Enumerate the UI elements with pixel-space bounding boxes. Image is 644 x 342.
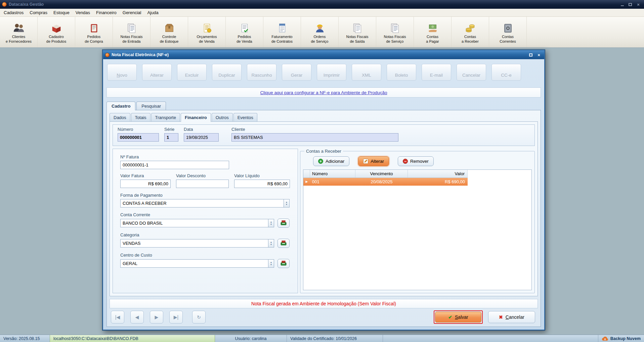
- centro-custo-field[interactable]: [120, 259, 274, 268]
- subtab-transporte[interactable]: Transporte: [151, 113, 180, 121]
- conta-corrente-combo[interactable]: ▲▼: [120, 219, 274, 227]
- dialog-action-duplicar[interactable]: Duplicar: [212, 64, 242, 81]
- spinner-icon[interactable]: ▲▼: [268, 219, 274, 227]
- serie-field[interactable]: [164, 133, 178, 142]
- dialog-close-button[interactable]: ×: [535, 52, 542, 58]
- toolbar-faturamento-contratos[interactable]: Faturamentode Contratos: [263, 17, 301, 47]
- forma-pagamento-field[interactable]: [120, 199, 290, 207]
- dialog-action-imprimir[interactable]: Imprimir: [317, 64, 346, 81]
- toolbar-orcamentos-venda[interactable]: Orçamentosde Venda: [188, 17, 226, 47]
- toolbar-nf-entrada[interactable]: Notas Fiscaisde Entrada: [113, 17, 151, 47]
- grid-col-numero[interactable]: Número: [310, 170, 355, 178]
- nav-first-button[interactable]: |◀: [111, 311, 124, 324]
- alterar-button[interactable]: Alterar: [358, 156, 389, 166]
- toolbar-ordens-servico[interactable]: Ordensde Serviço: [301, 17, 339, 47]
- dialog-action-gerar[interactable]: Gerar: [282, 64, 311, 81]
- grid-row-selected[interactable]: ▶ 001 20/08/2025 R$ 690,00: [303, 178, 468, 186]
- numero-label: Número: [118, 127, 159, 132]
- cadastro-page: Dados Totais Transporte Financeiro Outro…: [106, 110, 541, 327]
- toolbar-controle-estoque[interactable]: Controlede Estoque: [151, 17, 188, 47]
- status-usuario: Usuário: carolina: [215, 335, 287, 342]
- categoria-combo[interactable]: ▲▼: [120, 239, 274, 248]
- valor-fatura-field[interactable]: [120, 180, 171, 188]
- backup-nuvem-button[interactable]: Backup Nuvem: [598, 335, 644, 342]
- toolbar-contas-pagar[interactable]: Contasa Pagar: [414, 17, 452, 47]
- forma-pagamento-combo[interactable]: ▲▼: [120, 199, 290, 207]
- centro-custo-combo[interactable]: ▲▼: [120, 259, 274, 268]
- window-minimize-button[interactable]: [618, 1, 626, 7]
- menu-compras[interactable]: Compras: [27, 9, 50, 16]
- menu-financeiro[interactable]: Financeiro: [93, 9, 120, 16]
- producao-link[interactable]: Clique aqui para configurar a NF-e para …: [260, 90, 387, 95]
- menu-vendas[interactable]: Vendas: [73, 9, 93, 16]
- tab-cadastro[interactable]: Cadastro: [106, 102, 135, 110]
- salvar-button[interactable]: ✔ Salvar: [435, 312, 481, 322]
- window-close-button[interactable]: ×: [635, 1, 642, 7]
- toolbar-pedidos-venda[interactable]: Pedidosde Venda: [226, 17, 263, 47]
- numero-field[interactable]: [118, 133, 159, 142]
- nav-refresh-button[interactable]: ↻: [192, 311, 206, 324]
- toolbar-nf-servico[interactable]: Notas Fiscaisde Serviço: [376, 17, 414, 47]
- status-conexao: localhost/3050:C:\Datacaixa\BD\BANCO.FDB: [50, 335, 215, 342]
- tab-pesquisar[interactable]: Pesquisar: [136, 102, 166, 110]
- conta-corrente-label: Conta Corrente: [120, 212, 290, 217]
- categoria-field[interactable]: [120, 239, 274, 248]
- grid-col-valor[interactable]: Valor: [408, 170, 468, 178]
- data-label: Data: [184, 127, 219, 132]
- dialog-action-excluir[interactable]: Excluir: [177, 64, 207, 81]
- valor-fatura-label: Valor Fatura: [120, 173, 171, 178]
- toolbar-nf-saida[interactable]: Notas Fiscaisde Saída: [339, 17, 376, 47]
- adicionar-button[interactable]: + Adicionar: [313, 156, 349, 166]
- valor-liquido-field[interactable]: [234, 180, 290, 188]
- producao-link-panel: Clique aqui para configurar a NF-e para …: [106, 87, 541, 98]
- nav-prev-button[interactable]: ◀: [130, 311, 144, 324]
- nav-last-button[interactable]: ▶|: [169, 311, 183, 324]
- toolbar-cadastro-produtos[interactable]: Cadastrode Produtos: [38, 17, 75, 47]
- spinner-icon[interactable]: ▲▼: [268, 239, 274, 247]
- dialog-action-boleto[interactable]: Boleto: [387, 64, 416, 81]
- dialog-action-email[interactable]: E-mail: [422, 64, 451, 81]
- remover-button[interactable]: − Remover: [398, 156, 434, 166]
- subtab-dados[interactable]: Dados: [110, 113, 130, 121]
- data-field[interactable]: [184, 133, 219, 142]
- dialog-action-novo[interactable]: Novo: [107, 64, 137, 81]
- dialog-action-cancelar[interactable]: Cancelar: [457, 64, 486, 81]
- conta-corrente-lookup-button[interactable]: [277, 219, 290, 228]
- cliente-field[interactable]: [231, 133, 398, 142]
- valor-desconto-field[interactable]: [176, 180, 229, 188]
- categoria-lookup-button[interactable]: [277, 239, 290, 248]
- subtab-outros[interactable]: Outros: [212, 113, 233, 121]
- window-titlebar: Datacaixa Gestão ×: [0, 0, 644, 9]
- toolbar-pedidos-compra[interactable]: Pedidosde Compra: [75, 17, 113, 47]
- dialog-action-xml[interactable]: XML: [352, 64, 381, 81]
- subtab-eventos[interactable]: Eventos: [233, 113, 257, 121]
- dialog-action-cce[interactable]: CC-e: [491, 64, 521, 81]
- menu-ajuda[interactable]: Ajuda: [144, 9, 161, 16]
- stock-icon: [163, 22, 176, 34]
- contas-receber-grid: Número Vencimento Valor ▶ 001 20/08/2025…: [303, 169, 532, 290]
- subtab-totais[interactable]: Totais: [131, 113, 151, 121]
- centro-custo-lookup-button[interactable]: [277, 259, 290, 268]
- sales-orders-icon: [238, 22, 251, 34]
- nav-next-button[interactable]: ▶: [150, 311, 163, 324]
- dialog-maximize-button[interactable]: [527, 52, 534, 58]
- receivables-icon: [464, 22, 477, 34]
- window-maximize-button[interactable]: [627, 1, 634, 7]
- toolbar-clientes-fornecedores[interactable]: Clientese Fornecedores: [0, 17, 38, 47]
- dialog-action-rascunho[interactable]: Rascunho: [247, 64, 276, 81]
- maximize-icon: [629, 3, 632, 6]
- cancelar-button[interactable]: ✖ Cancelar: [488, 311, 535, 323]
- menu-gerencial[interactable]: Gerencial: [120, 9, 144, 16]
- toolbar-contas-correntes[interactable]: ContasCorrentes: [489, 17, 527, 47]
- subtab-financeiro[interactable]: Financeiro: [181, 113, 211, 122]
- menu-cadastros[interactable]: Cadastros: [1, 9, 27, 16]
- spinner-icon[interactable]: ▲▼: [268, 260, 274, 267]
- toolbar-contas-receber[interactable]: Contasa Receber: [452, 17, 489, 47]
- grid-col-vencimento[interactable]: Vencimento: [355, 170, 408, 178]
- dialog-action-alterar[interactable]: Alterar: [142, 64, 172, 81]
- categoria-label: Categoria: [120, 232, 290, 237]
- menu-estoque[interactable]: Estoque: [50, 9, 73, 16]
- conta-corrente-field[interactable]: [120, 219, 274, 227]
- fatura-field[interactable]: [120, 161, 229, 169]
- spinner-icon[interactable]: ▲▼: [284, 199, 289, 207]
